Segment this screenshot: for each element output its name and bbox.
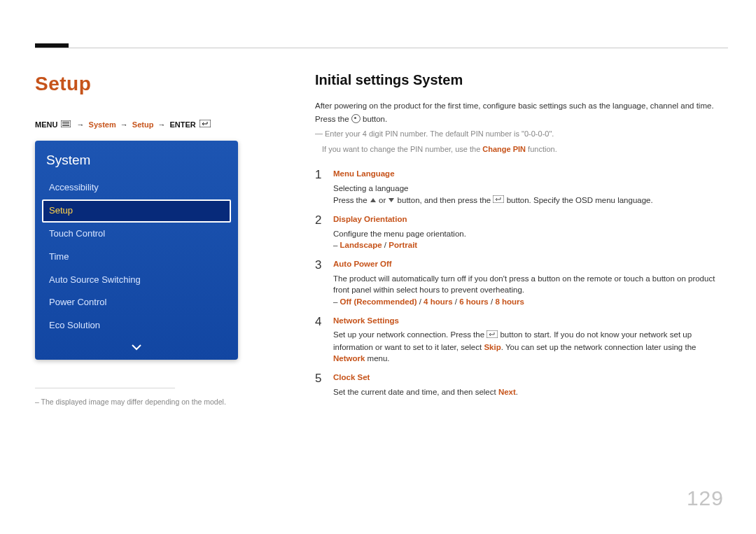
enter-icon xyxy=(486,330,498,342)
menu-item-accessibility[interactable]: Accessibility xyxy=(42,176,231,199)
note-text: The displayed image may differ depending… xyxy=(35,398,226,406)
step-1: 1 Menu Language Selecting a language Pre… xyxy=(315,168,728,206)
text: . xyxy=(516,388,518,396)
step-text: Selecting a language xyxy=(333,183,728,195)
option-off: Off (Recommended) xyxy=(340,297,417,306)
option-8h: 8 hours xyxy=(495,297,524,306)
menu-item-touch-control[interactable]: Touch Control xyxy=(42,223,231,246)
option-landscape: Landscape xyxy=(340,241,382,249)
top-rule xyxy=(35,48,728,48)
text: If you want to change the PIN number, us… xyxy=(322,145,482,153)
pin-note-line2: If you want to change the PIN number, us… xyxy=(315,144,728,155)
page-number: 129 xyxy=(687,483,724,514)
sep: / xyxy=(382,241,389,249)
step-4: 4 Network Settings Set up your network c… xyxy=(315,315,728,365)
text: Press the xyxy=(315,115,351,123)
next-label: Next xyxy=(498,388,516,396)
text: function. xyxy=(526,145,557,153)
text: Set up your network connection. Press th… xyxy=(333,330,486,339)
option-4h: 4 hours xyxy=(424,297,453,306)
step-text: Set the current date and time, and then … xyxy=(333,386,728,398)
intro-paragraph-1: After powering on the product for the fi… xyxy=(315,100,728,112)
top-accent-bar xyxy=(35,43,69,48)
step-body: Network Settings Set up your network con… xyxy=(333,315,728,365)
step-title-auto-power-off: Auto Power Off xyxy=(333,258,728,270)
breadcrumb-setup: Setup xyxy=(132,120,154,129)
menu-item-power-control[interactable]: Power Control xyxy=(42,291,231,314)
step-options: Landscape / Portrait xyxy=(333,239,728,251)
menu-item-time[interactable]: Time xyxy=(42,246,231,269)
section-heading: Initial settings System xyxy=(315,70,728,90)
intro-paragraph-2: Press the button. xyxy=(315,113,728,125)
step-text: The product will automatically turn off … xyxy=(333,273,728,296)
arrow-icon: → xyxy=(75,120,87,129)
menu-panel-title: System xyxy=(42,148,231,177)
menu-icon xyxy=(61,120,71,131)
text: . You can set up the network connection … xyxy=(501,343,696,351)
breadcrumb-enter: ENTER xyxy=(170,120,196,129)
step-5: 5 Clock Set Set the current date and tim… xyxy=(315,372,728,398)
triangle-down-icon xyxy=(388,195,395,206)
step-number: 2 xyxy=(315,213,333,227)
left-divider xyxy=(35,388,175,388)
step-number: 4 xyxy=(315,315,333,329)
step-body: Menu Language Selecting a language Press… xyxy=(333,168,728,206)
menu-item-auto-source-switching[interactable]: Auto Source Switching xyxy=(42,269,231,292)
step-body: Auto Power Off The product will automati… xyxy=(333,258,728,308)
step-title-clock-set: Clock Set xyxy=(333,372,728,384)
pin-note-line1: Enter your 4 digit PIN number. The defau… xyxy=(315,129,554,138)
sep: / xyxy=(417,297,424,306)
left-column: Setup MENU → System → Setup → ENTER xyxy=(35,70,252,408)
model-disclaimer: The displayed image may differ depending… xyxy=(35,397,252,407)
step-text: Press the or button, and then press the xyxy=(333,195,728,206)
text: Set the current date and time, and then … xyxy=(333,388,498,396)
step-body: Clock Set Set the current date and time,… xyxy=(333,372,728,398)
menu-item-eco-solution[interactable]: Eco Solution xyxy=(42,314,231,337)
step-text: Configure the menu page orientation. xyxy=(333,228,728,240)
enter-icon xyxy=(200,120,211,131)
step-number: 1 xyxy=(315,168,333,182)
menu-item-setup[interactable]: Setup xyxy=(42,199,231,223)
system-menu-panel: System Accessibility Setup Touch Control… xyxy=(35,141,238,360)
step-title-display-orientation: Display Orientation xyxy=(333,213,728,225)
triangle-up-icon xyxy=(370,195,377,206)
chevron-down-icon xyxy=(131,344,142,351)
ring-button-icon xyxy=(351,114,360,123)
breadcrumb: MENU → System → Setup → ENTER xyxy=(35,120,252,131)
change-pin-label: Change PIN xyxy=(482,145,526,153)
menu-scroll-down[interactable] xyxy=(42,337,231,356)
step-3: 3 Auto Power Off The product will automa… xyxy=(315,258,728,308)
text: button. Specify the OSD menu language. xyxy=(507,196,653,204)
step-number: 3 xyxy=(315,258,333,272)
enter-icon xyxy=(493,195,504,206)
step-number: 5 xyxy=(315,372,333,386)
step-title-menu-language: Menu Language xyxy=(333,168,728,180)
steps-list: 1 Menu Language Selecting a language Pre… xyxy=(315,168,728,398)
text: button, and then press the xyxy=(398,196,493,204)
step-body: Display Orientation Configure the menu p… xyxy=(333,213,728,251)
sep: / xyxy=(489,297,496,306)
step-title-network-settings: Network Settings xyxy=(333,315,728,327)
arrow-icon: → xyxy=(155,120,167,129)
arrow-icon: → xyxy=(118,120,130,129)
sep: / xyxy=(453,297,460,306)
network-label: Network xyxy=(333,354,365,363)
option-portrait: Portrait xyxy=(388,241,417,249)
text: Press the xyxy=(333,196,370,204)
page-title: Setup xyxy=(35,70,252,99)
step-2: 2 Display Orientation Configure the menu… xyxy=(315,213,728,251)
skip-label: Skip xyxy=(484,343,500,351)
right-column: Initial settings System After powering o… xyxy=(315,70,728,405)
breadcrumb-menu: MENU xyxy=(35,120,57,129)
option-6h: 6 hours xyxy=(459,297,489,306)
step-text: Set up your network connection. Press th… xyxy=(333,329,728,365)
step-options: Off (Recommended) / 4 hours / 6 hours / … xyxy=(333,296,728,308)
text: or xyxy=(379,196,388,204)
pin-note: Enter your 4 digit PIN number. The defau… xyxy=(315,129,728,140)
text: menu. xyxy=(365,354,389,363)
breadcrumb-system: System xyxy=(89,120,116,129)
text: button. xyxy=(363,115,387,123)
